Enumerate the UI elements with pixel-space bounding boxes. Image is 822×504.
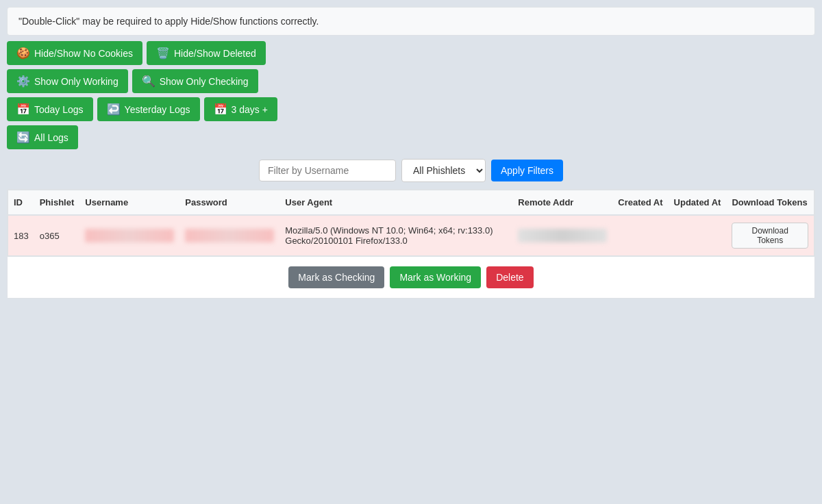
magnifier-icon: 🔍	[142, 75, 155, 88]
cell-remote-addr	[512, 215, 612, 256]
main-container: "Double-Click" may be required to apply …	[0, 0, 822, 305]
show-only-buttons-row: ⚙️ Show Only Working 🔍 Show Only Checkin…	[7, 69, 815, 93]
mark-as-working-button[interactable]: Mark as Working	[390, 266, 481, 288]
cookie-icon: 🍪	[16, 47, 30, 60]
hide-no-cookies-button[interactable]: 🍪 Hide/Show No Cookies	[7, 41, 142, 65]
col-header-password: Password	[179, 190, 279, 216]
col-header-updated-at: Updated At	[669, 190, 727, 216]
cell-created-at	[612, 215, 668, 256]
cell-user-agent: Mozilla/5.0 (Windows NT 10.0; Win64; x64…	[279, 215, 512, 256]
table-row: 183 o365 Mozilla/5.0 (Windows NT 10.0; W…	[8, 215, 814, 256]
action-row: Mark as Checking Mark as Working Delete	[8, 256, 814, 298]
notice-box: "Double-Click" may be required to apply …	[7, 7, 815, 36]
gear-icon: ⚙️	[16, 75, 30, 88]
mark-as-checking-button[interactable]: Mark as Checking	[288, 266, 384, 288]
yesterday-logs-button[interactable]: ↩️ Yesterday Logs	[97, 97, 200, 121]
back-arrow-icon: ↩️	[107, 103, 121, 116]
notice-text: "Double-Click" may be required to apply …	[18, 16, 319, 27]
apply-filters-button[interactable]: Apply Filters	[491, 160, 563, 181]
col-header-phishlet: Phishlet	[34, 190, 80, 216]
show-only-working-button[interactable]: ⚙️ Show Only Working	[7, 69, 128, 93]
cell-download-tokens: Download Tokens	[726, 215, 814, 256]
cell-id: 183	[8, 215, 34, 256]
cell-updated-at	[669, 215, 727, 256]
filter-row: All Phishlets Apply Filters	[7, 159, 815, 182]
col-header-download-tokens: Download Tokens	[726, 190, 814, 216]
all-logs-button[interactable]: 🔄 All Logs	[7, 125, 78, 149]
col-header-created-at: Created At	[612, 190, 668, 216]
col-header-username: Username	[79, 190, 179, 216]
refresh-icon: 🔄	[16, 131, 30, 144]
cell-phishlet: o365	[34, 215, 80, 256]
trash-icon: 🗑️	[156, 47, 170, 60]
show-only-checking-button[interactable]: 🔍 Show Only Checking	[132, 69, 258, 93]
hide-deleted-button[interactable]: 🗑️ Hide/Show Deleted	[147, 41, 266, 65]
data-table: ID Phishlet Username Password User Agent…	[8, 190, 814, 256]
log-time-buttons-row: 📅 Today Logs ↩️ Yesterday Logs 📅 3 days …	[7, 97, 815, 121]
phishlet-select[interactable]: All Phishlets	[401, 159, 486, 182]
three-days-button[interactable]: 📅 3 days +	[204, 97, 277, 121]
all-logs-row: 🔄 All Logs	[7, 125, 815, 149]
hide-buttons-row: 🍪 Hide/Show No Cookies 🗑️ Hide/Show Dele…	[7, 41, 815, 65]
data-table-wrapper: ID Phishlet Username Password User Agent…	[7, 189, 815, 299]
table-header-row: ID Phishlet Username Password User Agent…	[8, 190, 814, 216]
col-header-user-agent: User Agent	[279, 190, 512, 216]
remote-addr-blurred	[518, 229, 607, 242]
calendar-icon: 📅	[16, 103, 30, 116]
download-tokens-button[interactable]: Download Tokens	[732, 223, 808, 249]
calendar2-icon: 📅	[214, 103, 227, 116]
username-blurred	[85, 229, 174, 242]
col-header-id: ID	[8, 190, 34, 216]
password-blurred	[185, 229, 274, 242]
col-header-remote-addr: Remote Addr	[512, 190, 612, 216]
cell-username	[79, 215, 179, 256]
cell-password	[179, 215, 279, 256]
delete-button[interactable]: Delete	[486, 266, 533, 288]
filter-username-input[interactable]	[259, 160, 396, 181]
today-logs-button[interactable]: 📅 Today Logs	[7, 97, 93, 121]
